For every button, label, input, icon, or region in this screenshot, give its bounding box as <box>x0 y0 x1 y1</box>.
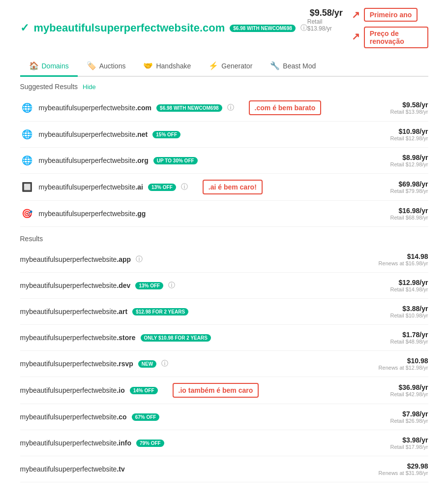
result-row-io-left: mybeautifulsuperperfectwebsite.io 14% OF… <box>20 383 374 398</box>
annotation-ai: .ai é bem caro! <box>203 180 263 194</box>
art-price-retail: Retail $10.98/yr <box>374 313 428 318</box>
store-price-main: $1.78/yr <box>374 331 428 339</box>
suggested-row-net: 🌐 mybeautifulsuperperfectwebsite.net 15%… <box>20 122 428 148</box>
app-info-icon[interactable]: ⓘ <box>136 255 143 264</box>
header-info-icon[interactable]: ⓘ <box>300 24 307 32</box>
com-badge: $6.98 WITH NEWCOM698 <box>156 104 222 112</box>
suggested-row-com-right: $9.58/yr Retail $13.98/yr <box>374 101 428 115</box>
result-row-info: mybeautifulsuperperfectwebsite.info 79% … <box>20 430 428 456</box>
tab-handshake[interactable]: 🤝 Handshake <box>134 56 200 77</box>
result-domain-tv: mybeautifulsuperperfectwebsite.tv <box>20 465 125 473</box>
result-row-rsvp-left: mybeautifulsuperperfectwebsite.rsvp NEW … <box>20 359 374 368</box>
suggested-row-net-left: 🌐 mybeautifulsuperperfectwebsite.net 15%… <box>20 127 374 141</box>
tab-domains-icon: 🏠 <box>29 61 39 70</box>
result-row-co-right: $7.98/yr Retail $26.98/yr <box>374 410 428 424</box>
suggested-row-ai-right: $69.98/yr Retail $79.98/yr <box>374 180 428 194</box>
result-row-io: mybeautifulsuperperfectwebsite.io 14% OF… <box>20 377 428 404</box>
rsvp-price-retail: Renews at $12.98/yr <box>374 365 428 371</box>
tab-generator[interactable]: ⚡ Generator <box>200 56 261 77</box>
result-domain-app: mybeautifulsuperperfectwebsite.app <box>20 255 131 263</box>
annotation-primeiro-ano: Primeiro ano <box>364 8 418 22</box>
annotation-com: .com é bem barato <box>249 100 322 115</box>
dev-info-icon[interactable]: ⓘ <box>168 281 175 290</box>
header-price-main: $9.58/yr <box>310 8 343 18</box>
result-domain-info: mybeautifulsuperperfectwebsite.info <box>20 439 131 447</box>
suggested-row-gg-right: $16.98/yr Retail $68.98/yr <box>374 207 428 220</box>
info-price-retail: Retail $17.98/yr <box>374 444 428 450</box>
result-domain-co: mybeautifulsuperperfectwebsite.co <box>20 413 127 421</box>
tab-generator-label: Generator <box>221 62 252 70</box>
ai-badge: 13% OFF <box>148 184 176 191</box>
header: ✓ mybeautifulsuperperfectwebsite.com $6.… <box>20 8 428 48</box>
result-domain-art: mybeautifulsuperperfectwebsite.art <box>20 308 128 315</box>
tab-beast-mod[interactable]: 🔧 Beast Mod <box>261 56 325 77</box>
tab-handshake-icon: 🤝 <box>143 61 153 70</box>
net-badge: 15% OFF <box>152 131 180 138</box>
result-row-co-left: mybeautifulsuperperfectwebsite.co 67% OF… <box>20 413 374 421</box>
suggested-row-gg: 🎯 mybeautifulsuperperfectwebsite.gg $16.… <box>20 201 428 227</box>
art-badge: $12.98 FOR 2 YEARS <box>132 308 188 315</box>
result-row-info-right: $3.98/yr Retail $17.98/yr <box>374 436 428 450</box>
result-row-dev: mybeautifulsuperperfectwebsite.dev 13% O… <box>20 273 428 299</box>
ai-price-retail: Retail $79.98/yr <box>374 188 428 194</box>
suggested-header: Suggested Results Hide <box>20 83 428 91</box>
org-icon: 🌐 <box>20 154 34 167</box>
dev-price-main: $12.98/yr <box>374 279 428 286</box>
ai-icon: 🔲 <box>20 180 34 194</box>
result-domain-rsvp: mybeautifulsuperperfectwebsite.rsvp <box>20 360 133 368</box>
io-price-main: $36.98/yr <box>374 383 428 391</box>
info-badge: 79% OFF <box>136 440 164 447</box>
annotation-preco: Preço de renovação <box>364 27 428 48</box>
info-price-main: $3.98/yr <box>374 436 428 444</box>
results-section: Results mybeautifulsuperperfectwebsite.a… <box>20 235 428 482</box>
result-domain-io: mybeautifulsuperperfectwebsite.io <box>20 386 125 394</box>
hide-link[interactable]: Hide <box>83 83 96 91</box>
tab-auctions-label: Auctions <box>99 62 126 70</box>
result-row-art-left: mybeautifulsuperperfectwebsite.art $12.9… <box>20 308 374 315</box>
suggested-row-org: 🌐 mybeautifulsuperperfectwebsite.org UP … <box>20 148 428 174</box>
suggested-row-ai: 🔲 mybeautifulsuperperfectwebsite.ai 13% … <box>20 174 428 201</box>
suggested-row-org-left: 🌐 mybeautifulsuperperfectwebsite.org UP … <box>20 154 374 167</box>
co-price-main: $7.98/yr <box>374 410 428 418</box>
result-domain-dev: mybeautifulsuperperfectwebsite.dev <box>20 282 131 289</box>
suggested-title: Suggested Results <box>20 83 78 91</box>
tab-domains[interactable]: 🏠 Domains <box>20 56 78 77</box>
suggested-row-ai-left: 🔲 mybeautifulsuperperfectwebsite.ai 13% … <box>20 180 374 194</box>
org-badge: UP TO 30% OFF <box>153 157 198 164</box>
com-icon: 🌐 <box>20 101 34 115</box>
com-price-main: $9.58/yr <box>374 101 428 109</box>
suggested-row-org-right: $8.98/yr Retail $12.98/yr <box>374 154 428 167</box>
dev-price-retail: Retail $14.98/yr <box>374 286 428 292</box>
result-domain-store: mybeautifulsuperperfectwebsite.store <box>20 334 136 342</box>
result-row-dev-right: $12.98/yr Retail $14.98/yr <box>374 279 428 292</box>
ai-info-icon[interactable]: ⓘ <box>181 183 188 191</box>
store-price-retail: Retail $48.98/yr <box>374 339 428 345</box>
suggested-domain-org: mybeautifulsuperperfectwebsite.org <box>39 157 149 164</box>
art-price-main: $3.88/yr <box>374 305 428 313</box>
suggested-row-com: 🌐 mybeautifulsuperperfectwebsite.com $6.… <box>20 94 428 122</box>
result-row-app-left: mybeautifulsuperperfectwebsite.app ⓘ <box>20 255 374 264</box>
result-row-store-right: $1.78/yr Retail $48.98/yr <box>374 331 428 345</box>
checkmark-icon: ✓ <box>20 22 29 34</box>
suggested-domain-gg: mybeautifulsuperperfectwebsite.gg <box>39 210 146 218</box>
arrow-up-icon: ↗ <box>352 9 360 21</box>
tab-domains-label: Domains <box>42 62 69 70</box>
newcomer-badge: $6.98 WITH NEWCOM698 <box>230 25 295 32</box>
co-price-retail: Retail $26.98/yr <box>374 418 428 424</box>
io-price-retail: Retail $42.98/yr <box>374 391 428 397</box>
rsvp-info-icon[interactable]: ⓘ <box>161 359 168 368</box>
tv-price-main: $29.98 <box>374 462 428 470</box>
tabs: 🏠 Domains 🏷️ Auctions 🤝 Handshake ⚡ Gene… <box>20 56 428 77</box>
suggested-results-section: Suggested Results Hide 🌐 mybeautifulsupe… <box>20 83 428 227</box>
com-info-icon[interactable]: ⓘ <box>227 103 234 112</box>
header-left: ✓ mybeautifulsuperperfectwebsite.com $6.… <box>20 22 307 34</box>
net-price-main: $10.98/yr <box>374 127 428 135</box>
result-row-store-left: mybeautifulsuperperfectwebsite.store ONL… <box>20 334 374 342</box>
result-row-rsvp-right: $10.98 Renews at $12.98/yr <box>374 357 428 371</box>
gg-icon: 🎯 <box>20 207 34 220</box>
tab-auctions[interactable]: 🏷️ Auctions <box>78 56 135 77</box>
dev-badge: 13% OFF <box>135 282 163 289</box>
org-price-retail: Retail $12.98/yr <box>374 161 428 167</box>
result-row-store: mybeautifulsuperperfectwebsite.store ONL… <box>20 325 428 351</box>
result-row-app-right: $14.98 Renews at $16.98/yr <box>374 252 428 266</box>
